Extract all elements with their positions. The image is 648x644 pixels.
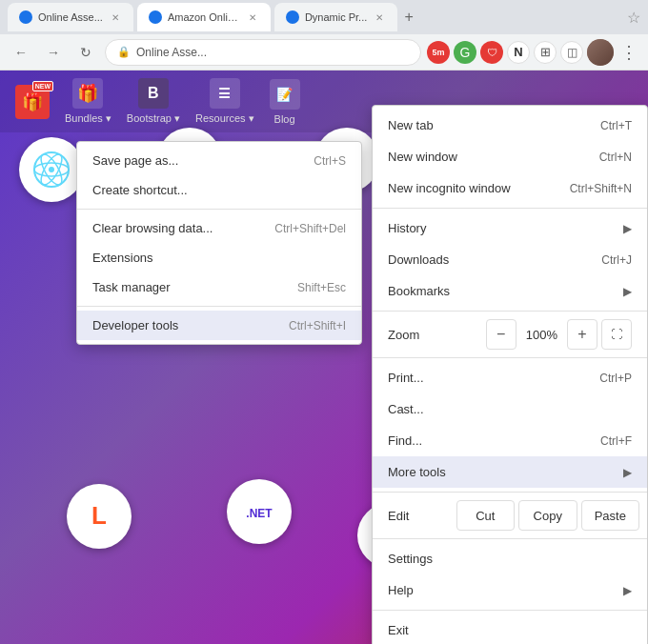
ctx-dev-tools-label: Developer tools (92, 318, 289, 332)
cm-edit-row: Edit Cut Copy Paste (373, 496, 647, 534)
cm-zoom-row: Zoom − 100% + ⛶ (373, 315, 647, 353)
nav-bundles[interactable]: 🎁 Bundles ▾ (65, 78, 111, 125)
cm-history-arrow: ▶ (623, 222, 632, 235)
cm-cast-label: Cast... (388, 402, 632, 416)
ctx-clear-browsing-label: Clear browsing data... (92, 221, 274, 235)
tab-favicon-1 (19, 10, 32, 24)
cm-more-tools-arrow: ▶ (623, 466, 632, 479)
nav-bootstrap-icon: B (138, 78, 169, 109)
ctx-dev-tools-shortcut: Ctrl+Shift+I (289, 319, 346, 332)
cm-bookmarks-arrow: ▶ (623, 285, 632, 298)
cm-print[interactable]: Print... Ctrl+P (373, 362, 647, 393)
dotnet-circle: .NET (227, 479, 292, 544)
svg-text:L: L (91, 501, 107, 530)
chrome-menu-button[interactable]: ⋮ (618, 41, 640, 64)
tab-1[interactable]: Online Asse... ✕ (8, 3, 133, 31)
cm-divider-3 (373, 357, 647, 358)
tab-3[interactable]: Dynamic Pr... ✕ (274, 3, 397, 31)
tab-label-1: Online Asse... (38, 11, 103, 23)
tab-label-2: Amazon Online Ass... (168, 11, 240, 23)
new-tab-button[interactable]: + (401, 10, 416, 24)
cm-help[interactable]: Help ▶ (373, 574, 647, 606)
cm-new-tab-label: New tab (388, 118, 600, 132)
star-icon[interactable]: ☆ (627, 9, 640, 27)
cm-zoom-label: Zoom (388, 328, 486, 342)
cm-new-window-label: New window (388, 150, 599, 164)
cm-bookmarks-label: Bookmarks (388, 284, 623, 298)
cm-divider-2 (373, 311, 647, 312)
ctx-extensions[interactable]: Extensions (77, 243, 361, 272)
nav-resources-icon: ☰ (210, 78, 240, 109)
cm-divider-1 (373, 208, 647, 209)
ctx-divider-2 (77, 306, 361, 307)
cm-new-window[interactable]: New window Ctrl+N (373, 141, 647, 172)
forward-button[interactable]: → (40, 39, 67, 66)
browser-window: Online Asse... ✕ Amazon Online Ass... ✕ … (0, 0, 648, 644)
tab-close-1[interactable]: ✕ (109, 10, 122, 24)
nav-resources[interactable]: ☰ Resources ▾ (195, 78, 254, 125)
context-menu: Save page as... Ctrl+S Create shortcut..… (76, 141, 362, 345)
tab-bar: Online Asse... ✕ Amazon Online Ass... ✕ … (0, 0, 648, 34)
nav-bootstrap[interactable]: B Bootstrap ▾ (127, 78, 180, 125)
avatar-image (587, 39, 614, 66)
cm-settings[interactable]: Settings (373, 543, 647, 574)
ctx-save-page[interactable]: Save page as... Ctrl+S (77, 146, 361, 175)
tab-close-2[interactable]: ✕ (246, 10, 259, 24)
cm-cast[interactable]: Cast... (373, 393, 647, 425)
nav-blog[interactable]: 📝 Blog (270, 79, 300, 125)
cm-copy-button[interactable]: Copy (518, 500, 577, 531)
cm-new-tab[interactable]: New tab Ctrl+T (373, 110, 647, 141)
extensions-area: 5m G 🛡 N ⊞ ◫ ⋮ (427, 39, 640, 66)
dash-extension[interactable]: ◫ (560, 41, 583, 64)
grid-extension[interactable]: ⊞ (534, 41, 557, 64)
cm-new-incognito[interactable]: New incognito window Ctrl+Shift+N (373, 172, 647, 204)
ctx-dev-tools[interactable]: Developer tools Ctrl+Shift+I (77, 311, 361, 340)
nav-bundles-icon: 🎁 (72, 78, 103, 109)
timer-extension[interactable]: 5m (427, 41, 450, 64)
nav-logo: 🎁 NEW (15, 85, 50, 119)
tab-2[interactable]: Amazon Online Ass... ✕ (137, 3, 271, 31)
cm-find[interactable]: Find... Ctrl+F (373, 425, 647, 456)
tab-favicon-2 (149, 10, 162, 24)
tab-close-3[interactable]: ✕ (373, 10, 386, 24)
green-extension[interactable]: G (454, 41, 476, 64)
cm-zoom-minus[interactable]: − (486, 319, 516, 350)
nav-blog-icon: 📝 (270, 79, 300, 110)
notion-extension[interactable]: N (507, 41, 530, 64)
cm-bookmarks[interactable]: Bookmarks ▶ (373, 275, 647, 307)
red-extension[interactable]: 🛡 (480, 41, 503, 64)
cm-divider-4 (373, 492, 647, 493)
cm-zoom-plus[interactable]: + (567, 319, 597, 350)
nav-resources-label: Resources ▾ (195, 112, 254, 125)
cm-divider-6 (373, 610, 647, 611)
cm-new-incognito-label: New incognito window (388, 181, 570, 195)
cm-cut-button[interactable]: Cut (456, 500, 516, 531)
cm-settings-label: Settings (388, 552, 632, 566)
ctx-extensions-label: Extensions (92, 251, 346, 265)
laravel-circle: L (67, 484, 132, 549)
nav-bootstrap-label: Bootstrap ▾ (127, 112, 180, 125)
cm-more-tools-label: More tools (388, 465, 623, 479)
cm-more-tools[interactable]: More tools ▶ (373, 456, 647, 488)
ctx-create-shortcut[interactable]: Create shortcut... (77, 175, 361, 205)
cm-help-label: Help (388, 583, 623, 597)
ctx-create-shortcut-label: Create shortcut... (92, 183, 346, 197)
back-button[interactable]: ← (8, 39, 34, 66)
cm-edit-label: Edit (380, 509, 453, 523)
cm-print-label: Print... (388, 371, 599, 385)
ctx-clear-browsing[interactable]: Clear browsing data... Ctrl+Shift+Del (77, 213, 361, 243)
cm-history[interactable]: History ▶ (373, 212, 647, 244)
page-content: 🎁 NEW 🎁 Bundles ▾ B Bootstrap ▾ ☰ Resour… (0, 70, 648, 644)
ctx-divider-1 (77, 209, 361, 210)
cm-new-tab-shortcut: Ctrl+T (600, 119, 632, 132)
cm-downloads[interactable]: Downloads Ctrl+J (373, 244, 647, 275)
cm-zoom-expand[interactable]: ⛶ (601, 319, 632, 350)
ctx-task-manager[interactable]: Task manager Shift+Esc (77, 272, 361, 302)
avatar[interactable] (587, 39, 614, 66)
cm-paste-button[interactable]: Paste (581, 500, 640, 531)
ctx-task-manager-shortcut: Shift+Esc (297, 281, 346, 294)
refresh-button[interactable]: ↻ (72, 39, 99, 66)
address-bar[interactable]: 🔒 Online Asse... (105, 39, 421, 66)
chrome-menu: New tab Ctrl+T New window Ctrl+N New inc… (372, 105, 648, 644)
cm-exit[interactable]: Exit (373, 614, 647, 644)
